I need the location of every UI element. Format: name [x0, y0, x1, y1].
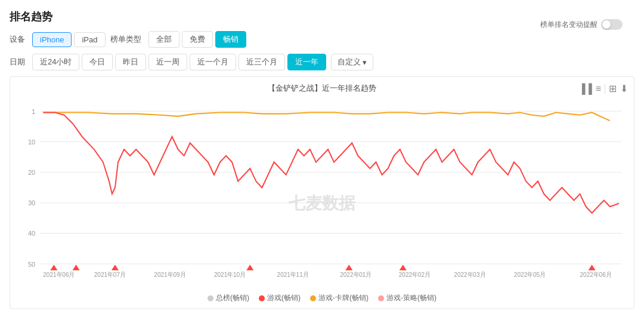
svg-marker-24 [112, 264, 119, 270]
device-filter-row: 设备 iPhone iPad 榜单类型 全部 免费 畅销 [10, 31, 634, 48]
legend-dot-total [208, 295, 213, 301]
chart-type-btn-all[interactable]: 全部 [148, 31, 179, 48]
legend-dot-card [310, 295, 316, 301]
date-btn-3month[interactable]: 近三个月 [239, 54, 285, 70]
chart-type-label: 榜单类型 [110, 34, 141, 45]
alert-toggle-label: 榜单排名变动提醒 [540, 20, 597, 30]
alert-toggle-switch[interactable] [601, 19, 623, 30]
bar-chart-icon[interactable]: ▐▐ [578, 84, 592, 94]
svg-text:2021年06月: 2021年06月 [43, 271, 75, 277]
svg-text:50: 50 [28, 260, 35, 267]
image-icon[interactable]: ⊞ [609, 83, 617, 94]
legend-label-game: 游戏(畅销) [267, 293, 301, 303]
date-filter-label: 日期 [10, 57, 25, 67]
svg-marker-22 [50, 264, 57, 270]
legend-item-game: 游戏(畅销) [259, 293, 301, 303]
svg-text:2022年03月: 2022年03月 [454, 271, 485, 277]
svg-marker-25 [246, 264, 253, 270]
legend-dot-game [259, 295, 265, 301]
legend-label-card: 游戏-卡牌(畅销) [318, 293, 369, 303]
svg-text:2021年07月: 2021年07月 [94, 271, 126, 277]
date-btn-month[interactable]: 近一个月 [190, 54, 236, 70]
device-btn-group: iPhone iPad [32, 32, 106, 47]
main-chart-svg: 1 10 20 30 40 50 2021年06月 2021年07月 2021年… [16, 98, 628, 289]
date-btn-today[interactable]: 今日 [82, 54, 113, 70]
legend-item-card: 游戏-卡牌(畅销) [310, 293, 369, 303]
svg-text:10: 10 [28, 138, 35, 146]
svg-text:1: 1 [32, 107, 35, 115]
legend-label-strategy: 游戏-策略(畅销) [386, 293, 436, 303]
svg-marker-27 [400, 264, 407, 270]
svg-marker-23 [73, 264, 80, 270]
svg-text:40: 40 [28, 230, 35, 237]
chart-type-btn-group: 全部 免费 畅销 [148, 31, 246, 48]
svg-marker-26 [345, 264, 352, 270]
date-btn-group: 近24小时 今日 昨日 近一周 近一个月 近三个月 近一年 [32, 54, 326, 70]
svg-text:2022年06月: 2022年06月 [580, 271, 612, 277]
svg-text:2021年11月: 2021年11月 [277, 271, 309, 277]
download-icon[interactable]: ⬇ [620, 83, 628, 94]
custom-label: 自定义 [338, 57, 361, 67]
svg-text:2021年09月: 2021年09月 [154, 271, 185, 277]
svg-text:2022年02月: 2022年02月 [399, 271, 431, 277]
chart-area: 七麦数据 1 10 20 30 40 50 2021年06月 2021年07月 … [16, 98, 628, 289]
legend-label-total: 总榜(畅销) [216, 293, 249, 303]
svg-text:2022年05月: 2022年05月 [514, 271, 546, 277]
device-btn-iphone[interactable]: iPhone [32, 32, 72, 47]
device-filter-label: 设备 [10, 34, 25, 45]
date-btn-yesterday[interactable]: 昨日 [115, 54, 146, 70]
legend-dot-strategy [378, 295, 384, 301]
date-btn-year[interactable]: 近一年 [287, 54, 326, 70]
date-btn-week[interactable]: 近一周 [148, 54, 187, 70]
date-btn-custom[interactable]: 自定义 ▾ [331, 54, 373, 70]
list-icon[interactable]: ≡ [596, 84, 601, 94]
chevron-down-icon: ▾ [363, 58, 367, 67]
chart-type-btn-free[interactable]: 免费 [182, 31, 213, 48]
chart-container: 【金铲铲之战】近一年排名趋势 ▐▐ ≡ ⊞ ⬇ 七麦数据 1 10 20 30 [10, 76, 634, 309]
alert-toggle-area: 榜单排名变动提醒 [540, 19, 623, 30]
date-btn-24h[interactable]: 近24小时 [32, 54, 79, 70]
chart-legend: 总榜(畅销) 游戏(畅销) 游戏-卡牌(畅销) 游戏-策略(畅销) [16, 293, 628, 303]
legend-item-total: 总榜(畅销) [208, 293, 249, 303]
device-btn-ipad[interactable]: iPad [74, 32, 105, 47]
svg-text:30: 30 [28, 199, 35, 206]
svg-text:20: 20 [28, 169, 35, 176]
svg-text:2022年01月: 2022年01月 [340, 271, 371, 277]
legend-item-strategy: 游戏-策略(畅销) [378, 293, 436, 303]
chart-type-btn-bestseller[interactable]: 畅销 [215, 31, 246, 48]
chart-title: 【金铲铲之战】近一年排名趋势 [16, 83, 628, 94]
svg-text:2021年10月: 2021年10月 [214, 271, 246, 277]
svg-marker-28 [589, 264, 596, 270]
date-filter-row: 日期 近24小时 今日 昨日 近一周 近一个月 近三个月 近一年 自定义 ▾ [10, 54, 634, 70]
chart-toolbar: ▐▐ ≡ ⊞ ⬇ [578, 83, 628, 94]
